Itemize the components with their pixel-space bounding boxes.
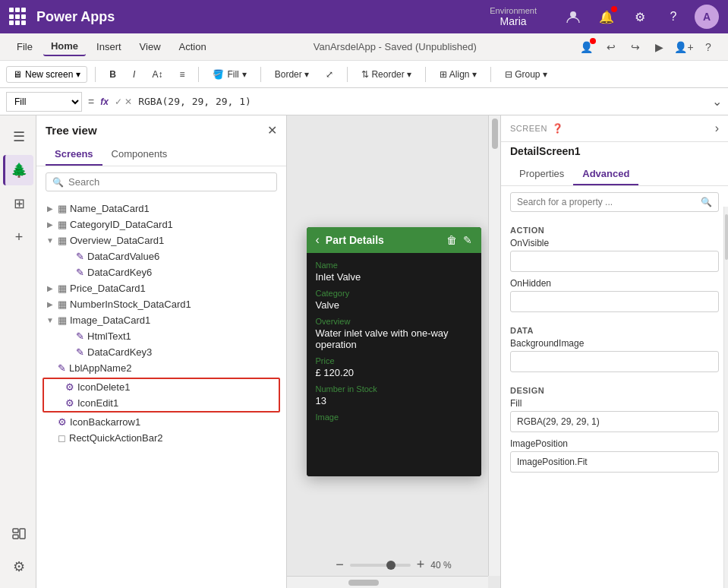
new-screen-button[interactable]: 🖥 New screen ▾ — [6, 66, 87, 83]
data-section-title: DATA — [510, 318, 719, 338]
fill-input[interactable] — [510, 411, 719, 432]
bold-btn[interactable]: B — [103, 67, 122, 82]
group-btn[interactable]: ⊟ Group ▾ — [499, 67, 553, 82]
menu-file[interactable]: File — [9, 38, 40, 55]
redo-btn[interactable]: ↪ — [625, 36, 646, 58]
undo-btn[interactable]: ↩ — [600, 36, 622, 58]
tree-item-icondelete1[interactable]: ⚙ IconDelete1 — [44, 379, 279, 395]
sidebar-icon-data[interactable]: ⊞ — [3, 188, 33, 219]
phone-price-label: Price — [316, 356, 472, 365]
phone-edit-icon[interactable]: ✎ — [463, 234, 472, 246]
tree-item-iconbackarrow1[interactable]: ⚙ IconBackarrow1 — [36, 414, 286, 430]
expand-btn[interactable]: ⤢ — [320, 67, 339, 82]
tree-item-rectquickactionbar2[interactable]: ◻ RectQuickActionBar2 — [36, 430, 286, 446]
phone-back-btn[interactable]: ‹ — [316, 233, 320, 247]
item-label-rectquickactionbar2: RectQuickActionBar2 — [69, 432, 163, 444]
toolbar-separator-2 — [198, 67, 199, 82]
phone-category-label: Category — [316, 289, 472, 298]
menu-view[interactable]: View — [132, 38, 169, 55]
zoom-in-btn[interactable]: + — [417, 557, 425, 573]
coauthor-btn[interactable]: 👤 — [576, 36, 597, 58]
app-title: Power Apps — [36, 9, 115, 25]
avatar[interactable]: A — [695, 5, 719, 29]
item-icon-numstock: ▦ — [58, 299, 67, 310]
sidebar-icon-menu[interactable]: ☰ — [3, 122, 33, 152]
item-label-datacardvalue6: DataCardValue6 — [87, 251, 159, 262]
onhidden-input[interactable] — [510, 291, 719, 312]
tree-item-overview-datacard1[interactable]: ▼ ▦ Overview_DataCard1 — [36, 232, 286, 248]
vertical-scrollbar[interactable] — [488, 115, 500, 576]
zoom-out-btn[interactable]: − — [336, 557, 344, 573]
tree-item-iconedit1[interactable]: ⚙ IconEdit1 — [44, 395, 279, 411]
tab-screens[interactable]: Screens — [46, 144, 102, 166]
right-panel-scrollbar[interactable] — [723, 207, 728, 588]
toolbar-separator-4 — [347, 67, 348, 82]
horizontal-scrollbar[interactable] — [287, 576, 488, 588]
equals-sign: = — [88, 96, 94, 108]
help-icon[interactable]: ❓ — [552, 123, 563, 134]
svg-rect-3 — [20, 529, 25, 539]
formula-expand-btn[interactable]: ⌄ — [712, 94, 722, 109]
tree-search-input[interactable] — [68, 176, 270, 188]
tree-item-datacardkey3[interactable]: ✎ DataCardKey3 — [36, 344, 286, 360]
phone-frame: ‹ Part Details 🗑 ✎ Name Inlet Valve Cate… — [307, 227, 481, 476]
tree-item-numberinstock-datacard1[interactable]: ▶ ▦ NumberInStock_DataCard1 — [36, 296, 286, 312]
item-icon-delete: ⚙ — [65, 381, 74, 393]
onvisible-input[interactable] — [510, 251, 719, 272]
tree-item-datacardvalue6[interactable]: ✎ DataCardValue6 — [36, 248, 286, 264]
svg-rect-1 — [13, 529, 18, 533]
zoom-track[interactable] — [350, 564, 411, 567]
item-label-overview-datacard1: Overview_DataCard1 — [70, 235, 164, 246]
menu-insert[interactable]: Insert — [89, 38, 129, 55]
tab-properties[interactable]: Properties — [510, 163, 573, 185]
sidebar-icon-add[interactable]: + — [3, 222, 33, 252]
bgimage-input[interactable] — [510, 351, 719, 372]
phone-delete-icon[interactable]: 🗑 — [446, 234, 457, 246]
fill-btn[interactable]: 🪣 Fill▾ — [206, 67, 252, 82]
svg-rect-2 — [13, 535, 18, 539]
tab-components[interactable]: Components — [102, 144, 177, 166]
item-label-image-datacard1: Image_DataCard1 — [70, 315, 150, 326]
user-name: Maria — [490, 15, 537, 27]
help-btn[interactable]: ? — [661, 5, 685, 29]
fontsize-btn[interactable]: A↕ — [146, 67, 169, 82]
formula-bar: Fill = fx ✓ ✕ ⌄ — [0, 88, 728, 115]
search-property-input[interactable] — [517, 197, 696, 207]
property-selector[interactable]: Fill — [6, 92, 82, 112]
menu-action[interactable]: Action — [172, 38, 214, 55]
align-text-btn[interactable]: ≡ — [173, 67, 191, 82]
menu-home[interactable]: Home — [43, 37, 86, 56]
tree-item-image-datacard1[interactable]: ▼ ▦ Image_DataCard1 — [36, 312, 286, 328]
help2-btn[interactable]: ? — [698, 36, 719, 58]
tree-item-lblappname2[interactable]: ✎ LblAppName2 — [36, 360, 286, 376]
play-btn[interactable]: ▶ — [649, 36, 670, 58]
sidebar-icon-insert[interactable] — [3, 518, 33, 548]
toolbar: 🖥 New screen ▾ B I A↕ ≡ 🪣 Fill▾ Border ▾… — [0, 61, 728, 88]
share-btn[interactable]: 👤+ — [673, 36, 695, 58]
expand-icon: ▶ — [46, 300, 55, 308]
reorder-btn[interactable]: ⇅ Reorder ▾ — [355, 67, 418, 82]
tree-item-datacardkey6[interactable]: ✎ DataCardKey6 — [36, 264, 286, 280]
phone-action-icons: 🗑 ✎ — [446, 234, 472, 246]
imageposition-input[interactable] — [510, 451, 719, 473]
item-icon-category: ▦ — [58, 219, 67, 230]
sidebar-icon-components[interactable]: ⚙ — [3, 552, 33, 582]
italic-btn[interactable]: I — [127, 67, 141, 82]
tree-item-category-datacard1[interactable]: ▶ ▦ CategoryID_DataCard1 — [36, 217, 286, 232]
formula-input[interactable] — [138, 96, 706, 107]
align-btn[interactable]: ⊞ Align ▾ — [433, 67, 483, 82]
tree-panel-close[interactable]: ✕ — [267, 123, 277, 138]
tab-advanced[interactable]: Advanced — [573, 163, 638, 185]
settings-btn[interactable]: ⚙ — [628, 5, 652, 29]
tree-item-htmltext1[interactable]: ✎ HtmlText1 — [36, 328, 286, 344]
tree-item-name-datacard1[interactable]: ▶ ▦ Name_DataCard1 — [36, 201, 286, 217]
border-btn[interactable]: Border ▾ — [269, 67, 315, 82]
waffle-icon[interactable] — [9, 8, 27, 26]
avatar-btn — [561, 5, 585, 29]
item-label-datacardkey6: DataCardKey6 — [87, 267, 152, 278]
tree-item-price-datacard1[interactable]: ▶ ▦ Price_DataCard1 — [36, 280, 286, 296]
panel-expand-btn[interactable]: › — [715, 122, 719, 135]
search-property-box: 🔍 — [510, 192, 719, 212]
notification-btn[interactable]: 🔔 — [594, 5, 619, 29]
sidebar-icon-treeview[interactable]: 🌲 — [3, 155, 33, 185]
